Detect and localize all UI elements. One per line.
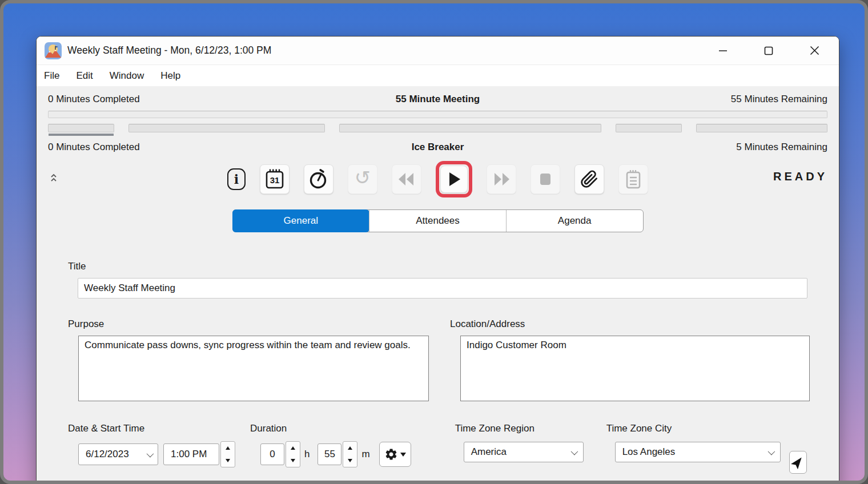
play-button[interactable] bbox=[440, 166, 468, 193]
minutes-step-up-button[interactable] bbox=[343, 442, 357, 454]
triangle-down-icon bbox=[226, 459, 230, 462]
duration-group: Duration 0 h 55 bbox=[250, 423, 411, 467]
location-label: Location/Address bbox=[450, 318, 810, 330]
meeting-progress-bar bbox=[48, 111, 827, 118]
progress-section: 0 Minutes Completed 55 Minute Meeting 55… bbox=[37, 94, 839, 153]
duration-minutes-input[interactable]: 55 bbox=[318, 443, 341, 465]
triangle-up-icon bbox=[291, 446, 295, 450]
time-stepper bbox=[220, 441, 235, 467]
fast-forward-button[interactable] bbox=[487, 164, 516, 194]
close-icon bbox=[810, 46, 819, 55]
menu-window[interactable]: Window bbox=[110, 70, 144, 82]
desktop-background: Weekly Staff Meeting - Mon, 6/12/23, 1:0… bbox=[0, 0, 868, 484]
chevrons-up-icon bbox=[50, 174, 57, 182]
chevron-down-icon bbox=[147, 450, 154, 457]
tab-agenda[interactable]: Agenda bbox=[506, 210, 643, 232]
notes-button[interactable] bbox=[618, 164, 648, 194]
tz-city-dropdown[interactable]: Los Angeles bbox=[615, 442, 781, 462]
detect-timezone-button[interactable] bbox=[789, 451, 807, 474]
tab-bar: General Attendees Agenda bbox=[37, 209, 839, 232]
tz-region-value: America bbox=[471, 446, 507, 458]
stop-icon bbox=[537, 171, 554, 188]
meeting-total-label: 55 Minute Meeting bbox=[277, 94, 598, 105]
rewind-button[interactable] bbox=[392, 164, 421, 194]
attachment-button[interactable] bbox=[574, 164, 604, 194]
hours-unit-label: h bbox=[304, 449, 310, 460]
general-form: Title Purpose Location/Address Date & St… bbox=[37, 261, 839, 474]
play-highlight-ring bbox=[436, 161, 472, 197]
meeting-completed-label: 0 Minutes Completed bbox=[48, 94, 277, 105]
svg-text:31: 31 bbox=[270, 175, 280, 185]
menubar: File Edit Window Help bbox=[37, 65, 839, 86]
triangle-down-icon bbox=[348, 459, 352, 462]
segment-1 bbox=[128, 124, 325, 132]
segment-0 bbox=[48, 124, 114, 132]
status-badge: READY bbox=[773, 170, 827, 183]
stop-button[interactable] bbox=[531, 164, 560, 194]
section-completed-label: 0 Minutes Completed bbox=[48, 142, 277, 153]
location-textarea[interactable] bbox=[460, 336, 810, 401]
tab-attendees[interactable]: Attendees bbox=[369, 210, 506, 232]
duration-minutes-value: 55 bbox=[324, 449, 335, 460]
minimize-button[interactable] bbox=[714, 42, 732, 59]
close-button[interactable] bbox=[806, 42, 823, 59]
meeting-remaining-label: 55 Minutes Remaining bbox=[598, 94, 827, 105]
timer-button[interactable] bbox=[304, 164, 333, 194]
restart-button[interactable]: ↺ bbox=[348, 164, 377, 194]
triangle-up-icon bbox=[348, 446, 352, 450]
calendar-button[interactable]: 31 bbox=[260, 164, 290, 194]
maximize-button[interactable] bbox=[760, 42, 777, 59]
info-icon: i bbox=[234, 173, 239, 185]
duration-label: Duration bbox=[250, 423, 411, 434]
menu-edit[interactable]: Edit bbox=[76, 70, 93, 82]
maximize-icon bbox=[764, 46, 773, 55]
minutes-unit-label: m bbox=[361, 449, 369, 460]
timer-icon bbox=[308, 168, 329, 190]
time-input[interactable]: 1:00 PM bbox=[163, 443, 219, 465]
tz-region-dropdown[interactable]: America bbox=[464, 442, 584, 462]
tab-general[interactable]: General bbox=[232, 209, 370, 232]
triangle-down-icon bbox=[291, 459, 295, 462]
segment-3 bbox=[616, 124, 682, 132]
play-icon bbox=[446, 171, 462, 188]
hours-step-down-button[interactable] bbox=[286, 454, 300, 467]
date-dropdown[interactable]: 6/12/2023 bbox=[78, 443, 158, 465]
gear-icon bbox=[384, 447, 398, 461]
duration-hours-input[interactable]: 0 bbox=[260, 443, 284, 465]
paperclip-icon bbox=[580, 170, 598, 188]
tz-region-label: Time Zone Region bbox=[455, 423, 584, 434]
section-name-label: Ice Breaker bbox=[277, 142, 598, 153]
title-label: Title bbox=[68, 261, 807, 272]
meeting-timer-window: Weekly Staff Meeting - Mon, 6/12/23, 1:0… bbox=[36, 36, 839, 484]
segment-2 bbox=[339, 124, 601, 132]
segment-4 bbox=[696, 124, 827, 132]
minutes-step-down-button[interactable] bbox=[343, 454, 357, 467]
purpose-label: Purpose bbox=[68, 318, 428, 330]
time-step-up-button[interactable] bbox=[221, 442, 235, 454]
menu-help[interactable]: Help bbox=[160, 70, 180, 82]
hours-step-up-button[interactable] bbox=[286, 442, 300, 454]
purpose-textarea[interactable] bbox=[78, 336, 429, 401]
navigation-arrow-icon bbox=[787, 452, 808, 473]
chevron-down-icon bbox=[570, 447, 578, 455]
toolbar: i 31 ↺ bbox=[37, 161, 839, 197]
duration-settings-button[interactable] bbox=[379, 442, 411, 467]
app-icon bbox=[45, 42, 62, 59]
menu-file[interactable]: File bbox=[44, 70, 59, 82]
duration-hours-stepper bbox=[286, 441, 300, 467]
segment-bar bbox=[48, 124, 827, 132]
chevron-down-icon bbox=[767, 447, 775, 455]
tz-city-group: Time Zone City Los Angeles bbox=[606, 423, 781, 462]
tz-region-group: Time Zone Region America bbox=[455, 423, 584, 462]
window-title: Weekly Staff Meeting - Mon, 6/12/23, 1:0… bbox=[67, 45, 271, 57]
minimize-icon bbox=[718, 46, 728, 55]
triangle-up-icon bbox=[226, 446, 230, 450]
rewind-icon bbox=[397, 171, 416, 188]
info-button[interactable]: i bbox=[227, 168, 246, 190]
titlebar: Weekly Staff Meeting - Mon, 6/12/23, 1:0… bbox=[37, 37, 839, 65]
date-value: 6/12/2023 bbox=[86, 449, 129, 460]
time-step-down-button[interactable] bbox=[221, 454, 235, 467]
notes-icon bbox=[624, 169, 642, 189]
title-input[interactable] bbox=[78, 278, 807, 299]
collapse-button[interactable] bbox=[50, 174, 57, 184]
